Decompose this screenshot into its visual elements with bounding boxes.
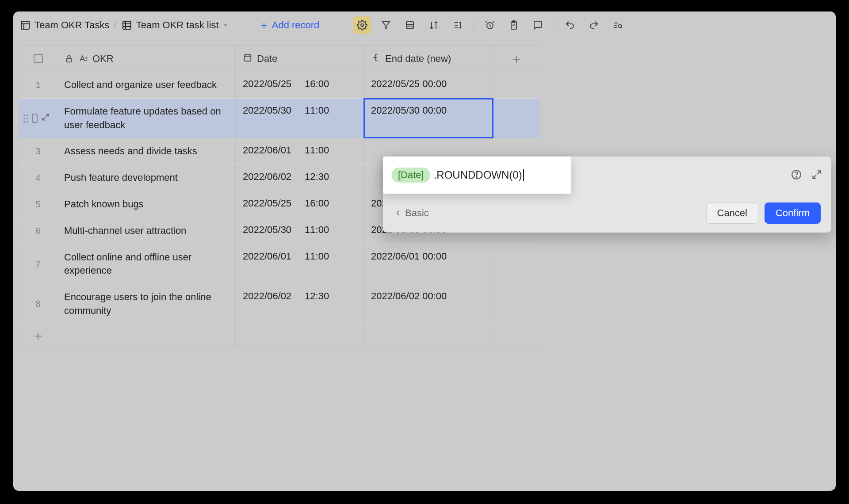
svg-rect-8 <box>406 22 413 29</box>
help-icon[interactable] <box>791 169 802 182</box>
row-index: 4 <box>35 173 40 183</box>
table-header: OKR Date End date (new) <box>19 46 540 72</box>
select-all-checkbox[interactable] <box>34 54 43 63</box>
add-column-button[interactable]: ＋ <box>510 52 523 65</box>
cell-end-date[interactable]: 2022/05/30 00:00 <box>371 105 447 116</box>
row-height-button[interactable] <box>401 16 419 34</box>
formula-text: .ROUNDDOWN(0) <box>434 169 522 181</box>
add-record-label: Add record <box>272 19 320 31</box>
row-index: 6 <box>35 226 40 236</box>
toolbar-separator <box>554 18 554 33</box>
clipboard-button[interactable] <box>505 16 523 34</box>
cell-date[interactable]: 2022/06/0111:00 <box>243 145 329 156</box>
table-row[interactable]: 8 Encourage users to join the online com… <box>19 284 540 325</box>
formula-editor-popup: [Date] .ROUNDDOWN(0) Basic Cancel <box>383 157 831 233</box>
cell-date[interactable]: 2022/05/2516:00 <box>243 198 329 209</box>
svg-rect-0 <box>21 21 29 29</box>
toolbar-separator <box>346 18 346 33</box>
cell-okr[interactable]: Collect online and offline user experien… <box>64 251 228 278</box>
cell-okr[interactable]: Patch known bugs <box>64 198 144 211</box>
add-row[interactable]: ＋ <box>19 325 540 347</box>
cell-date[interactable]: 2022/06/0111:00 <box>243 251 329 262</box>
expand-icon[interactable] <box>41 113 50 124</box>
cell-date[interactable]: 2022/05/3011:00 <box>243 224 329 236</box>
filter-button[interactable] <box>377 16 395 34</box>
cell-okr[interactable]: Assess needs and divide tasks <box>64 145 197 158</box>
cell-date[interactable]: 2022/06/0212:30 <box>243 171 329 183</box>
cell-date[interactable]: 2022/06/0212:30 <box>243 290 329 302</box>
cell-end-date[interactable]: 2022/06/02 00:00 <box>371 290 447 302</box>
breadcrumb: Team OKR Tasks / Team OKR task list <box>19 19 230 31</box>
breadcrumb-root[interactable]: Team OKR Tasks <box>34 19 110 31</box>
row-index: 5 <box>35 199 40 210</box>
svg-rect-3 <box>123 21 131 29</box>
plus-icon: ＋ <box>31 329 45 342</box>
chevron-down-icon[interactable] <box>221 20 230 30</box>
cell-okr[interactable]: Push feature development <box>64 171 178 185</box>
row-index: 1 <box>35 80 40 90</box>
cancel-button[interactable]: Cancel <box>706 202 758 224</box>
toolbar: Team OKR Tasks / Team OKR task list ＋ Ad… <box>13 11 836 39</box>
svg-rect-22 <box>67 58 72 62</box>
reminder-button[interactable] <box>481 16 499 34</box>
row-index: 3 <box>35 146 40 157</box>
formula-icon <box>371 53 381 65</box>
cell-okr[interactable]: Encourage users to join the online commu… <box>64 290 228 318</box>
row-checkbox[interactable] <box>32 114 38 123</box>
grid-view-icon <box>121 19 133 31</box>
breadcrumb-separator: / <box>114 19 117 31</box>
group-button[interactable] <box>449 16 467 34</box>
svg-point-31 <box>796 177 797 178</box>
table-row[interactable]: Formulate feature updates based on user … <box>19 99 540 139</box>
field-chip[interactable]: [Date] <box>392 168 430 183</box>
breadcrumb-view[interactable]: Team OKR task list <box>136 19 219 31</box>
add-record-button[interactable]: ＋ Add record <box>259 19 320 31</box>
row-index: 8 <box>35 299 40 309</box>
undo-button[interactable] <box>561 16 579 34</box>
cell-date[interactable]: 2022/05/2516:00 <box>243 78 329 90</box>
settings-button[interactable] <box>353 16 371 34</box>
svg-point-20 <box>619 25 622 28</box>
table-icon <box>19 19 31 31</box>
cell-okr[interactable]: Multi-channel user attraction <box>64 224 186 238</box>
svg-line-21 <box>621 27 622 28</box>
text-cursor <box>523 169 524 181</box>
basic-mode-link[interactable]: Basic <box>394 207 429 219</box>
fullscreen-icon[interactable] <box>811 169 822 182</box>
cell-okr[interactable]: Formulate feature updates based on user … <box>64 105 228 132</box>
column-header-end-date[interactable]: End date (new) <box>385 53 451 65</box>
calendar-icon <box>243 53 252 65</box>
text-column-icon <box>78 54 88 64</box>
sort-button[interactable] <box>425 16 443 34</box>
plus-icon: ＋ <box>259 20 269 31</box>
formula-input[interactable]: [Date] .ROUNDDOWN(0) <box>383 157 571 194</box>
table-row[interactable]: 1 Collect and organize user feedback 202… <box>19 72 540 99</box>
lock-icon <box>64 54 74 64</box>
confirm-button[interactable]: Confirm <box>765 202 821 224</box>
cell-date[interactable]: 2022/05/3011:00 <box>243 105 329 116</box>
svg-point-7 <box>361 24 363 27</box>
cell-end-date[interactable]: 2022/06/01 00:00 <box>371 251 447 262</box>
svg-rect-26 <box>245 54 251 61</box>
table-row[interactable]: 7 Collect online and offline user experi… <box>19 244 540 285</box>
column-header-date[interactable]: Date <box>257 53 277 65</box>
column-header-okr[interactable]: OKR <box>92 53 114 65</box>
find-button[interactable] <box>609 16 627 34</box>
toolbar-separator <box>474 18 474 33</box>
row-index: 7 <box>35 259 40 269</box>
cell-okr[interactable]: Collect and organize user feedback <box>64 78 217 92</box>
basic-label: Basic <box>405 207 429 219</box>
drag-handle-icon[interactable] <box>23 115 28 122</box>
cell-end-date[interactable]: 2022/05/25 00:00 <box>371 78 447 90</box>
comment-button[interactable] <box>529 16 547 34</box>
redo-button[interactable] <box>585 16 603 34</box>
